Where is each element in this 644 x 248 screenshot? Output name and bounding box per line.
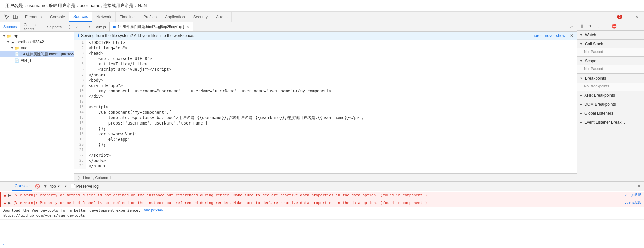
console-panel: ⋮ Console 🚫 ▼ top ▼ ▼ Preserve log ✕ xyxy=(0,181,644,248)
info-bar-never-link[interactable]: never show xyxy=(545,33,565,38)
section-event-listener: ▶ Event Listener Break... xyxy=(577,118,644,127)
line-code: }); xyxy=(86,126,109,131)
info-bar-more-link[interactable]: more xyxy=(531,33,540,38)
subtab-content-scripts[interactable]: Content scripts xyxy=(20,22,44,31)
console-close-icon[interactable]: ✕ xyxy=(636,183,642,189)
deactivate-breakpoints-icon[interactable]: ⛔ xyxy=(611,23,617,30)
line-code: <title>Title</title> xyxy=(86,61,150,67)
section-dom-header[interactable]: ▶ DOM Breakpoints xyxy=(577,100,644,109)
line-number: 23 xyxy=(74,158,86,163)
call-stack-status: Not Paused xyxy=(584,50,603,54)
section-breakpoints-header[interactable]: ▼ Breakpoints xyxy=(577,74,644,83)
console-msg-link[interactable]: vue.js:515 xyxy=(625,200,641,204)
call-stack-arrow-icon: ▼ xyxy=(580,42,583,46)
preserve-log-checkbox[interactable] xyxy=(71,184,75,188)
subtabs-more-icon[interactable]: ⋮ xyxy=(65,22,74,31)
tree-item-file2[interactable]: 📄 vue.js xyxy=(0,57,74,63)
info-bar-close-icon[interactable]: ✕ xyxy=(570,33,573,38)
line-number: 12 xyxy=(74,99,86,104)
close-devtools-icon[interactable]: ✕ xyxy=(633,14,640,20)
preserve-log-label[interactable]: Preserve log xyxy=(71,184,99,189)
section-xhr-breakpoints: ▶ XHR Breakpoints xyxy=(577,91,644,100)
console-tab[interactable]: Console xyxy=(12,182,32,191)
clear-console-icon[interactable]: 🚫 xyxy=(34,183,40,189)
page-content: 用户名是：username, 驼峰用户名是：user-name, 连接线用户名是… xyxy=(0,0,644,12)
code-editor[interactable]: 1<!DOCTYPE html>2<html lang="en">3<head>… xyxy=(74,40,577,173)
section-scope: ▼ Scope Not Paused xyxy=(577,57,644,74)
section-dom-breakpoints: ▶ DOM Breakpoints xyxy=(577,100,644,109)
code-line-11: 11</div> xyxy=(74,94,577,99)
subtab-sources[interactable]: Sources xyxy=(0,22,20,31)
filter-dropdown-icon[interactable]: ▼ xyxy=(63,183,69,189)
top-frame-selector[interactable]: top ▼ xyxy=(50,184,61,189)
scope-arrow-icon: ▼ xyxy=(580,59,583,63)
tab-profiles[interactable]: Profiles xyxy=(139,12,161,22)
section-global-label: Global Listeners xyxy=(584,111,613,116)
section-call-stack-header[interactable]: ▼ Call Stack xyxy=(577,40,644,48)
more-options-icon[interactable]: ⋮ xyxy=(625,14,631,20)
go-back-icon[interactable]: ⟵ xyxy=(76,23,83,30)
line-code: <meta charset="UTF-8"> xyxy=(86,56,155,61)
format-icon[interactable]: {} xyxy=(77,176,80,180)
section-event-header[interactable]: ▶ Event Listener Break... xyxy=(577,118,644,127)
tree-item-localhost[interactable]: ▼ ☁ localhost:63342 xyxy=(0,39,74,45)
step-into-icon[interactable]: ↓ xyxy=(595,23,601,30)
tab-sources[interactable]: Sources xyxy=(69,12,92,22)
line-code: </head> xyxy=(86,72,109,78)
prompt-arrow-icon: › xyxy=(3,242,4,247)
tree-label-vue: vue xyxy=(21,46,27,50)
code-line-18: 18 var vm=new Vue({ xyxy=(74,131,577,137)
pause-resume-icon[interactable]: ⏸ xyxy=(578,23,585,30)
global-arrow-icon: ▶ xyxy=(580,112,582,115)
tab-application[interactable]: Application xyxy=(161,12,189,22)
tab-timeline[interactable]: Timeline xyxy=(116,12,139,22)
line-code: </div> xyxy=(86,94,106,99)
device-toolbar-icon[interactable] xyxy=(12,14,19,20)
code-tabs: ⟵ ⟶ vue.js 14.组件属性问题.html?...gj8ep25eqv1… xyxy=(74,22,577,32)
step-out-icon[interactable]: ↑ xyxy=(603,23,609,30)
line-number: 13 xyxy=(74,104,86,110)
step-over-icon[interactable]: ↷ xyxy=(587,23,593,30)
section-xhr-label: XHR Breakpoints xyxy=(584,93,615,98)
line-number: 7 xyxy=(74,72,86,78)
tab-console[interactable]: Console xyxy=(46,12,69,22)
section-watch-header[interactable]: ▼ Watch xyxy=(577,31,644,39)
console-msg-link[interactable]: vue.js:515 xyxy=(625,193,641,197)
console-prompt: › xyxy=(0,240,644,248)
console-menu-icon[interactable]: ⋮ xyxy=(2,183,10,189)
section-event-label: Event Listener Break... xyxy=(584,120,625,125)
tab-audits[interactable]: Audits xyxy=(212,12,232,22)
subtab-snippets[interactable]: Snippets xyxy=(44,22,65,31)
tree-item-file1[interactable]: 📄 14.组件属性问题.html?_ijt=8scvkt0g... xyxy=(0,51,74,57)
console-msg-link-info[interactable]: vue.js:5846 xyxy=(144,208,163,212)
code-tab-vuejs[interactable]: vue.js xyxy=(93,22,110,31)
code-line-2: 2<html lang="en"> xyxy=(74,45,577,51)
expand-arrow-icon[interactable]: ▶ xyxy=(8,201,11,205)
devtools-toolbar-right: 2 ⋮ ✕ xyxy=(614,14,643,20)
tree-item-vue-folder[interactable]: ▼ 📁 vue xyxy=(0,45,74,51)
filter-icon[interactable]: ▼ xyxy=(42,183,48,189)
close-tab-icon[interactable]: ✕ xyxy=(186,24,189,29)
devtools: Elements Console Sources Network Timelin… xyxy=(0,12,644,248)
console-input[interactable] xyxy=(6,242,641,247)
section-global-header[interactable]: ▶ Global Listeners xyxy=(577,109,644,118)
section-scope-header[interactable]: ▼ Scope xyxy=(577,57,644,65)
tab-network[interactable]: Network xyxy=(92,12,116,22)
line-code: <head> xyxy=(86,51,106,56)
fullscreen-icon[interactable]: ⤢ xyxy=(568,23,575,30)
line-number: 20 xyxy=(74,142,86,147)
go-forward-icon[interactable]: ⟶ xyxy=(84,23,91,30)
cloud-icon: ☁ xyxy=(11,40,14,44)
devtools-body: Sources Content scripts Snippets ⋮ ▼ 📁 xyxy=(0,22,644,181)
active-file-dot xyxy=(113,26,116,28)
code-line-16: 16 props:['username','userName','user-na… xyxy=(74,120,577,126)
inspect-icon[interactable] xyxy=(3,14,10,20)
section-xhr-header[interactable]: ▶ XHR Breakpoints xyxy=(577,91,644,100)
line-number: 22 xyxy=(74,153,86,158)
tree-item-top[interactable]: ▼ 📁 top xyxy=(0,33,74,39)
tab-elements[interactable]: Elements xyxy=(21,12,46,22)
tab-security[interactable]: Security xyxy=(189,12,212,22)
expand-arrow-icon[interactable]: ▶ xyxy=(8,193,11,197)
svg-rect-1 xyxy=(16,16,17,19)
code-tab-html[interactable]: 14.组件属性问题.html?...gj8ep25eqv1qsj ✕ xyxy=(110,22,193,31)
